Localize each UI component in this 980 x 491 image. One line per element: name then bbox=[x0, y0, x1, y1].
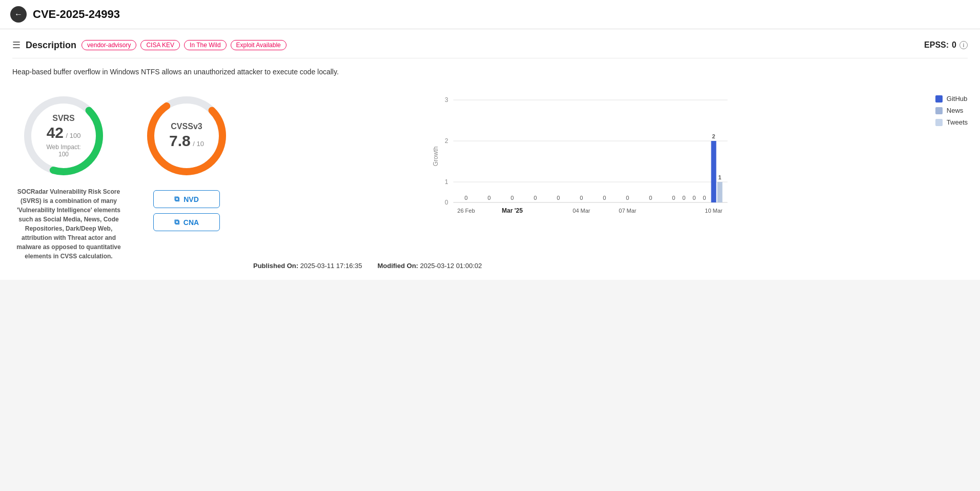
list-icon: ☰ bbox=[12, 39, 21, 51]
left-column: SVRS 42 / 100 Web Impact: 100 SOCRadar V… bbox=[12, 90, 125, 261]
svrs-gauge-container: SVRS 42 / 100 Web Impact: 100 bbox=[12, 90, 115, 182]
svrs-value: 42 bbox=[47, 124, 64, 141]
tag-in-the-wild: In The Wild bbox=[184, 40, 226, 50]
svg-text:0: 0 bbox=[626, 195, 629, 201]
svrs-title: SVRS bbox=[40, 114, 87, 123]
bar-tweets bbox=[717, 182, 722, 202]
svg-text:Mar '25: Mar '25 bbox=[502, 207, 523, 214]
modified-date: Modified On: 2025-03-12 01:00:02 bbox=[377, 262, 482, 270]
page-title: CVE-2025-24993 bbox=[33, 8, 120, 21]
svg-text:3: 3 bbox=[445, 96, 448, 104]
top-bar: ← CVE-2025-24993 bbox=[0, 0, 980, 29]
cvss-value: 7.8 bbox=[169, 132, 191, 149]
external-link-icon: ⧉ bbox=[174, 195, 179, 203]
bar-chart-wrapper: 3 2 1 0 Growth 0 0 0 0 0 0 bbox=[253, 90, 925, 254]
cvss-max: / 10 bbox=[193, 140, 204, 148]
cvss-value-line: 7.8 / 10 bbox=[169, 132, 204, 150]
description-header: ☰ Description vendor-advisoryCISA KEVIn … bbox=[12, 39, 968, 51]
svrs-gauge: SVRS 42 / 100 Web Impact: 100 bbox=[17, 90, 110, 182]
published-value: 2025-03-11 17:16:35 bbox=[300, 262, 362, 270]
tag-cisa-kev: CISA KEV bbox=[140, 40, 180, 50]
svg-text:0: 0 bbox=[649, 195, 652, 201]
nvd-button[interactable]: ⧉ NVD bbox=[153, 190, 220, 208]
legend-tweets: Tweets bbox=[935, 118, 968, 126]
svg-text:0: 0 bbox=[534, 195, 537, 201]
epss-label-text: EPSS: bbox=[924, 40, 949, 50]
svg-text:0: 0 bbox=[557, 195, 560, 201]
svg-text:0: 0 bbox=[511, 195, 514, 201]
svg-text:0: 0 bbox=[703, 195, 706, 201]
cvss-center: CVSSv3 7.8 / 10 bbox=[169, 122, 204, 150]
cvss-gauge-container: CVSSv3 7.8 / 10 bbox=[135, 90, 238, 182]
svg-text:0: 0 bbox=[464, 195, 467, 201]
svg-text:1: 1 bbox=[445, 178, 448, 186]
modified-value: 2025-03-12 01:00:02 bbox=[420, 262, 482, 270]
svrs-subtitle: Web Impact: 100 bbox=[40, 144, 87, 158]
nvd-label: NVD bbox=[183, 195, 199, 203]
description-label: Description bbox=[26, 40, 76, 51]
modified-label: Modified On: bbox=[377, 262, 418, 270]
description-left: ☰ Description vendor-advisoryCISA KEVIn … bbox=[12, 39, 287, 51]
github-label: GitHub bbox=[947, 95, 967, 103]
svg-text:0: 0 bbox=[603, 195, 606, 201]
github-color-swatch bbox=[935, 95, 943, 103]
back-button[interactable]: ← bbox=[10, 6, 27, 23]
svg-text:1: 1 bbox=[718, 174, 721, 180]
news-label: News bbox=[947, 107, 964, 114]
legend-news: News bbox=[935, 107, 968, 114]
published-date: Published On: 2025-03-11 17:16:35 bbox=[253, 262, 362, 270]
svg-text:0: 0 bbox=[580, 195, 583, 201]
svg-text:07 Mar: 07 Mar bbox=[619, 208, 637, 214]
tag-exploit-available: Exploit Available bbox=[231, 40, 287, 50]
chart-legend: GitHub News Tweets bbox=[935, 95, 968, 126]
tags-container: vendor-advisoryCISA KEVIn The WildExploi… bbox=[81, 40, 287, 50]
cvss-buttons: ⧉ NVD ⧉ CNA bbox=[153, 190, 220, 231]
svrs-max: / 100 bbox=[66, 132, 80, 139]
footer-dates: Published On: 2025-03-11 17:16:35 Modifi… bbox=[253, 262, 968, 270]
chart-area: 3 2 1 0 Growth 0 0 0 0 0 0 bbox=[253, 90, 968, 254]
vuln-description: Heap-based buffer overflow in Windows NT… bbox=[12, 67, 968, 77]
svg-text:2: 2 bbox=[712, 133, 715, 139]
svg-text:10 Mar: 10 Mar bbox=[705, 208, 723, 214]
external-link-icon-2: ⧉ bbox=[174, 218, 179, 227]
svg-text:0: 0 bbox=[672, 195, 675, 201]
bar-github bbox=[711, 141, 716, 202]
epss-value: 0 bbox=[952, 40, 956, 50]
cvss-section: CVSSv3 7.8 / 10 ⧉ NVD ⧉ CNA bbox=[135, 90, 238, 231]
published-label: Published On: bbox=[253, 262, 298, 270]
epss-info-icon[interactable]: i bbox=[959, 41, 968, 49]
chart-section: 3 2 1 0 Growth 0 0 0 0 0 0 bbox=[248, 90, 968, 270]
news-color-swatch bbox=[935, 107, 943, 114]
epss-section: EPSS: 0 i bbox=[924, 40, 968, 50]
cna-label: CNA bbox=[183, 218, 199, 227]
svrs-value-line: 42 / 100 bbox=[40, 124, 87, 141]
svg-text:0: 0 bbox=[682, 195, 685, 201]
svg-text:Growth: Growth bbox=[432, 147, 439, 167]
bar-chart-svg: 3 2 1 0 Growth 0 0 0 0 0 0 bbox=[253, 90, 925, 233]
content-area: ☰ Description vendor-advisoryCISA KEVIn … bbox=[0, 29, 980, 280]
svg-text:0: 0 bbox=[487, 195, 491, 201]
cna-button[interactable]: ⧉ CNA bbox=[153, 213, 220, 231]
svrs-description-text: SOCRadar Vulnerability Risk Score (SVRS)… bbox=[12, 187, 125, 261]
legend-github: GitHub bbox=[935, 95, 968, 103]
cvss-title: CVSSv3 bbox=[169, 122, 204, 131]
cvss-gauge: CVSSv3 7.8 / 10 bbox=[140, 90, 233, 182]
main-grid: SVRS 42 / 100 Web Impact: 100 SOCRadar V… bbox=[12, 90, 968, 270]
svg-text:0: 0 bbox=[692, 195, 696, 201]
divider bbox=[12, 58, 968, 58]
svg-text:04 Mar: 04 Mar bbox=[573, 208, 590, 214]
svg-text:2: 2 bbox=[445, 137, 448, 145]
svg-text:26 Feb: 26 Feb bbox=[457, 208, 475, 214]
tweets-label: Tweets bbox=[947, 118, 968, 126]
svg-text:0: 0 bbox=[445, 199, 448, 206]
tag-vendor-advisory: vendor-advisory bbox=[81, 40, 136, 50]
svrs-center: SVRS 42 / 100 Web Impact: 100 bbox=[40, 114, 87, 158]
tweets-color-swatch bbox=[935, 119, 943, 126]
